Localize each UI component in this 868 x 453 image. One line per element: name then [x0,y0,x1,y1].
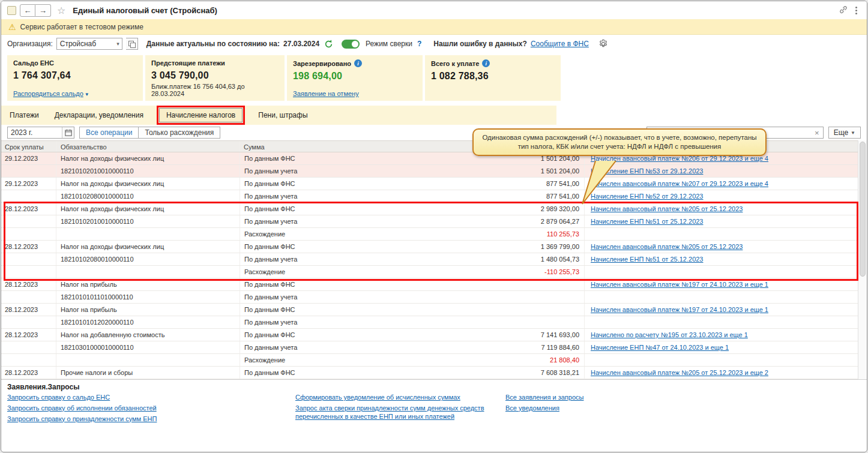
search-field[interactable]: × [646,127,824,139]
gear-icon [598,39,608,49]
accrual-document-link[interactable]: Начисление ЕНП №51 от 25.12.2023 [591,218,703,225]
clear-search-icon[interactable]: × [813,128,821,137]
dispose-balance-link[interactable]: Распорядиться сальдо [13,90,83,97]
help-question-link[interactable]: ? [417,40,421,48]
period-field[interactable]: 2023 г. [7,127,74,139]
table-row[interactable]: 28.12.2023Налог на прибыльПо данным ФНСН… [1,278,867,291]
create-notification-link[interactable]: Сформировать уведомление об исчисленных … [295,394,505,402]
documents-cell: Начислен авансовый платеж №197 от 24.10.… [585,278,858,290]
table-row[interactable]: 29.12.2023Налог на доходы физических лиц… [1,152,867,165]
amount-kind-cell: По данным ФНС [240,278,412,290]
documents-cell: Начислен авансовый платеж №205 от 25.12.… [585,241,858,253]
reconciliation-toggle[interactable] [342,40,360,49]
header-amount[interactable]: Сумма [240,141,585,152]
accrual-document-link[interactable]: Начислен авансовый платеж №197 от 24.10.… [591,281,768,288]
calendar-button[interactable] [62,127,74,138]
table-row[interactable]: 28.12.2023Налог на доходы физических лиц… [1,203,867,215]
all-requests-link[interactable]: Все заявления и запросы [505,394,861,402]
table-row[interactable]: 18210102080010000110По данным учета1 480… [1,253,867,266]
forward-arrow-icon: → [39,6,47,15]
accrual-document-link[interactable]: Начисление ЕНП №47 от 24.10.2023 и еще 1 [591,344,729,351]
documents-cell [585,316,858,328]
accrual-document-link[interactable]: Начислен авансовый платеж №205 от 25.12.… [591,243,743,250]
request-enp-ownership-certificate-link[interactable]: Запросить справку о принадлежности сумм … [7,415,295,424]
table-row[interactable]: Расхождение-110 255,73 [1,266,867,278]
due-date-cell: 28.12.2023 [1,203,56,215]
forward-button[interactable]: → [35,4,51,17]
header-due-date[interactable]: Срок уплаты [1,141,56,152]
get-link-icon[interactable] [839,5,848,16]
table-row[interactable]: 18210102010010000110По данным учета1 501… [1,165,867,178]
all-notifications-link[interactable]: Все уведомления [505,404,861,413]
amount-kind-cell: По данным ФНС [240,304,412,316]
info-icon[interactable]: i [354,59,362,67]
kebab-menu-icon[interactable] [852,4,861,17]
documents-cell [585,228,858,240]
segment-only-discrepancies[interactable]: Только расхождения [139,127,220,139]
total-due-value: 1 082 788,36 [431,71,555,82]
obligation-cell: Налог на доходы физических лиц [56,152,240,164]
table-row[interactable]: 18210101012020000110По данным учета [1,316,867,329]
accrual-document-link[interactable]: Начислен авансовый платеж №205 от 25.12.… [591,205,743,212]
accrual-document-link[interactable]: Начисление ЕНП №51 от 25.12.2023 [591,256,703,263]
vertical-scrollbar[interactable] [858,140,867,379]
table-header: Срок уплаты Обязательство Сумма [1,140,867,152]
amount-kind-cell: По данным ФНС [240,178,412,190]
tab-tax-accrual[interactable]: Начисление налогов [159,108,243,122]
tab-declarations[interactable]: Декларации, уведомления [55,111,143,119]
tab-payments[interactable]: Платежи [10,111,39,119]
accrual-document-link[interactable]: Начислен авансовый платеж №197 от 24.10.… [591,306,768,313]
table-row[interactable]: 18210102080010000110По данным учета877 5… [1,190,867,203]
card-total-due: Всего к уплатеi 1 082 788,36 [425,55,561,101]
report-to-fns-link[interactable]: Сообщите в ФНС [531,40,589,48]
accrual-document-link[interactable]: Начислен авансовый платеж №207 от 29.12.… [591,180,768,187]
request-fulfillment-certificate-link[interactable]: Запросить справку об исполнении обязанно… [7,404,295,413]
back-button[interactable]: ← [20,4,35,17]
accrual-document-link[interactable]: Начислен авансовый платеж №206 от 29.12.… [591,155,768,162]
table-row[interactable]: 28.12.2023Налог на доходы физических лиц… [1,241,867,253]
table-row[interactable]: 18210101011010000110По данным учета [1,291,867,304]
chevron-down-icon[interactable]: ▾ [115,41,121,47]
table-row[interactable]: Расхождение21 808,40 [1,354,867,367]
table-row[interactable]: 29.12.2023Налог на доходы физических лиц… [1,178,867,190]
settings-button[interactable] [597,38,609,50]
search-input[interactable] [651,128,813,137]
table-row[interactable]: 28.12.2023Налог на добавленную стоимость… [1,329,867,341]
reconciliation-mode-label: Режим сверки [366,40,412,48]
accrual-document-link[interactable]: Начисление ЕНП №52 от 29.12.2023 [591,193,703,200]
tab-penalties[interactable]: Пени, штрафы [258,111,307,119]
request-balance-certificate-link[interactable]: Запросить справку о сальдо ЕНС [7,394,295,402]
header-obligation[interactable]: Обязательство [56,141,240,152]
favorite-star-icon[interactable]: ☆ [57,5,65,16]
due-date-cell [1,291,56,303]
accrual-document-link[interactable]: Начисление ЕНП №53 от 29.12.2023 [591,167,703,175]
obligation-cell: 18210101012020000110 [56,316,240,328]
accrual-document-link[interactable]: Начислен авансовый платеж №205 от 25.12.… [591,369,768,376]
amount-cell [412,278,585,290]
more-button[interactable]: Еще▼ [828,127,861,139]
scrollbar-thumb[interactable] [860,142,866,277]
documents-cell: Начислен авансовый платеж №206 от 29.12.… [585,152,858,164]
documents-cell: Начислен авансовый платеж №197 от 24.10.… [585,304,858,316]
table-row[interactable]: 28.12.2023Налог на прибыльПо данным ФНСН… [1,304,867,316]
table-row[interactable]: 28.12.2023Прочие налоги и сборыПо данным… [1,367,867,379]
obligation-cell [56,228,240,240]
table-row[interactable]: 18210102010010000110По данным учета2 879… [1,215,867,228]
accrual-document-link[interactable]: Начислено по расчету №195 от 23.10.2023 … [591,331,748,338]
table-body: 29.12.2023Налог на доходы физических лиц… [1,152,867,379]
refresh-button[interactable] [323,38,334,50]
cancel-application-link[interactable]: Заявление на отмену [293,90,359,97]
request-reconciliation-act-link[interactable]: Запрос акта сверки принадлежности сумм д… [295,404,505,421]
table-row[interactable]: Расхождение110 255,73 [1,228,867,241]
segment-all-operations[interactable]: Все операции [79,127,139,139]
amount-cell: 1 501 204,00 [412,152,585,164]
info-icon[interactable]: i [482,59,490,67]
amount-cell: 110 255,73 [412,228,585,240]
open-organization-button[interactable] [126,38,138,50]
test-mode-warning: ⚠ Сервис работает в тестовом режиме [1,19,867,35]
amount-kind-cell: По данным учета [240,341,412,353]
due-date-cell: 28.12.2023 [1,304,56,316]
table-row[interactable]: 18210301000010000110По данным учета7 119… [1,341,867,354]
obligation-cell: Налог на прибыль [56,304,240,316]
organization-select[interactable]: Стройснаб ▾ [56,38,122,50]
